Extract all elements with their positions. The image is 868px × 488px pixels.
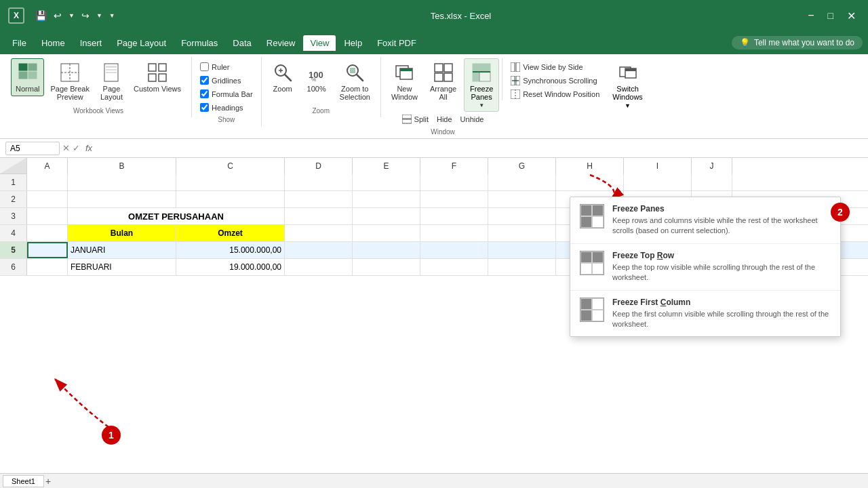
cell-g1[interactable] bbox=[488, 174, 556, 190]
split-button[interactable]: Split bbox=[399, 113, 431, 125]
freeze-panes-button[interactable]: FreezePanes ▼ bbox=[464, 58, 499, 112]
formula-input[interactable] bbox=[98, 142, 863, 155]
col-header-d[interactable]: D bbox=[285, 158, 353, 174]
save-button[interactable]: 💾 bbox=[33, 9, 50, 22]
cell-g4[interactable] bbox=[488, 225, 556, 241]
cell-e2[interactable] bbox=[353, 191, 420, 207]
menu-help[interactable]: Help bbox=[337, 35, 369, 51]
page-layout-button[interactable]: PageLayout bbox=[96, 58, 127, 104]
undo-button[interactable]: ↩ bbox=[51, 9, 64, 22]
cell-b2[interactable] bbox=[68, 191, 176, 207]
reset-window-position-button[interactable]: Reset Window Position bbox=[508, 88, 602, 100]
col-header-c[interactable]: C bbox=[176, 158, 285, 174]
cell-e3[interactable] bbox=[353, 208, 420, 224]
redo-dropdown[interactable]: ▼ bbox=[94, 11, 105, 20]
menu-view[interactable]: View bbox=[303, 35, 336, 51]
custom-views-button[interactable]: Custom Views bbox=[129, 58, 186, 96]
cell-g3[interactable] bbox=[488, 208, 556, 224]
tell-me-search[interactable]: 💡 Tell me what you want to do bbox=[732, 36, 863, 49]
cell-e4[interactable] bbox=[353, 225, 420, 241]
col-header-e[interactable]: E bbox=[353, 158, 420, 174]
add-sheet-button[interactable]: + bbox=[45, 476, 51, 487]
cell-i1[interactable] bbox=[624, 174, 692, 190]
col-header-f[interactable]: F bbox=[420, 158, 488, 174]
row-num-4[interactable]: 4 bbox=[0, 225, 27, 241]
cell-c6[interactable]: 19.000.000,00 bbox=[176, 259, 285, 275]
cell-a3[interactable] bbox=[27, 208, 68, 224]
cell-f5[interactable] bbox=[420, 242, 488, 258]
cell-b1[interactable] bbox=[68, 174, 176, 190]
close-button[interactable]: ✕ bbox=[843, 8, 860, 24]
ruler-checkbox[interactable] bbox=[200, 62, 209, 71]
menu-foxit-pdf[interactable]: Foxit PDF bbox=[370, 35, 423, 51]
formula-bar-checkbox-label[interactable]: Formula Bar bbox=[197, 88, 256, 100]
cell-f4[interactable] bbox=[420, 225, 488, 241]
ruler-checkbox-label[interactable]: Ruler bbox=[197, 61, 256, 73]
cell-a2[interactable] bbox=[27, 191, 68, 207]
switch-windows-button[interactable]: SwitchWindows ▼ bbox=[608, 58, 648, 113]
cell-reference-input[interactable] bbox=[5, 142, 60, 155]
col-header-b[interactable]: B bbox=[68, 158, 176, 174]
cell-b4[interactable]: Bulan bbox=[68, 225, 176, 241]
menu-file[interactable]: File bbox=[5, 35, 33, 51]
col-header-j[interactable]: J bbox=[692, 158, 732, 174]
cell-h1[interactable] bbox=[556, 174, 624, 190]
undo-dropdown[interactable]: ▼ bbox=[66, 11, 77, 20]
cell-f1[interactable] bbox=[420, 174, 488, 190]
col-header-i[interactable]: I bbox=[624, 158, 692, 174]
cell-d4[interactable] bbox=[285, 225, 353, 241]
new-window-button[interactable]: NewWindow bbox=[387, 58, 422, 104]
row-num-1[interactable]: 1 bbox=[0, 174, 27, 190]
redo-button[interactable]: ↪ bbox=[79, 9, 92, 22]
cell-f3[interactable] bbox=[420, 208, 488, 224]
menu-page-layout[interactable]: Page Layout bbox=[110, 35, 173, 51]
menu-review[interactable]: Review bbox=[260, 35, 302, 51]
cell-j1[interactable] bbox=[692, 174, 732, 190]
row-num-3[interactable]: 3 bbox=[0, 208, 27, 224]
cell-d6[interactable] bbox=[285, 259, 353, 275]
cell-a5[interactable] bbox=[27, 242, 68, 258]
row-num-2[interactable]: 2 bbox=[0, 191, 27, 207]
customize-quick-access[interactable]: ▼ bbox=[106, 11, 118, 20]
menu-home[interactable]: Home bbox=[35, 35, 72, 51]
unhide-button[interactable]: Unhide bbox=[458, 113, 487, 125]
view-side-by-side-button[interactable]: View Side by Side bbox=[508, 61, 602, 73]
cell-b5[interactable]: JANUARI bbox=[68, 242, 176, 258]
headings-checkbox[interactable] bbox=[200, 103, 209, 112]
restore-button[interactable]: □ bbox=[824, 8, 837, 24]
cell-b6[interactable]: FEBRUARI bbox=[68, 259, 176, 275]
col-header-a[interactable]: A bbox=[27, 158, 68, 174]
cell-d5[interactable] bbox=[285, 242, 353, 258]
cell-f2[interactable] bbox=[420, 191, 488, 207]
zoom-100-button[interactable]: 100 % 100% bbox=[301, 58, 332, 96]
cell-e5[interactable] bbox=[353, 242, 420, 258]
cell-g6[interactable] bbox=[488, 259, 556, 275]
cell-c1[interactable] bbox=[176, 174, 285, 190]
menu-data[interactable]: Data bbox=[226, 35, 258, 51]
col-header-g[interactable]: G bbox=[488, 158, 556, 174]
cell-d1[interactable] bbox=[285, 174, 353, 190]
synchronous-scrolling-button[interactable]: Synchronous Scrolling bbox=[508, 75, 602, 87]
gridlines-checkbox[interactable] bbox=[200, 76, 209, 85]
headings-checkbox-label[interactable]: Headings bbox=[197, 102, 256, 113]
cell-g2[interactable] bbox=[488, 191, 556, 207]
arrange-all-button[interactable]: ArrangeAll bbox=[425, 58, 461, 104]
cell-a6[interactable] bbox=[27, 259, 68, 275]
confirm-formula-button[interactable]: ✓ bbox=[73, 143, 80, 153]
minimize-button[interactable]: − bbox=[804, 8, 818, 24]
cell-c2[interactable] bbox=[176, 191, 285, 207]
row-num-5[interactable]: 5 bbox=[0, 242, 27, 258]
formula-bar-checkbox[interactable] bbox=[200, 89, 209, 98]
cell-d2[interactable] bbox=[285, 191, 353, 207]
zoom-to-selection-button[interactable]: Zoom toSelection bbox=[335, 58, 375, 104]
cell-g5[interactable] bbox=[488, 242, 556, 258]
cell-e6[interactable] bbox=[353, 259, 420, 275]
cell-a4[interactable] bbox=[27, 225, 68, 241]
normal-view-button[interactable]: Normal bbox=[11, 58, 44, 96]
zoom-button[interactable]: Zoom bbox=[267, 58, 298, 96]
freeze-panes-item[interactable]: Freeze Panes Keep rows and columns visib… bbox=[570, 197, 840, 244]
col-header-h[interactable]: H bbox=[556, 158, 624, 174]
menu-formulas[interactable]: Formulas bbox=[174, 35, 224, 51]
cell-d3[interactable] bbox=[285, 208, 353, 224]
cell-f6[interactable] bbox=[420, 259, 488, 275]
